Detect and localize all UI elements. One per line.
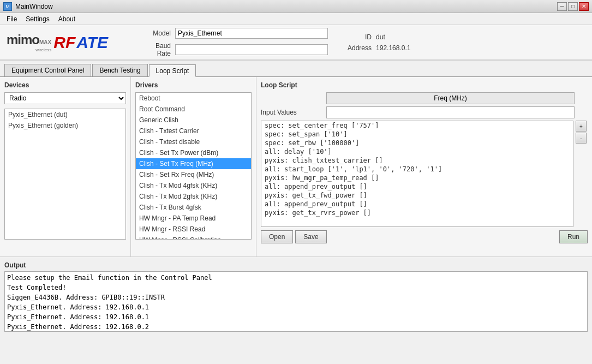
list-item[interactable]: Root Command — [136, 104, 251, 115]
list-item[interactable]: Clish - Tx Mod 4gfsk (KHz) — [136, 180, 251, 191]
tabs: Equipment Control Panel Bench Testing Lo… — [0, 61, 592, 77]
logo-mo-text: mo — [21, 32, 39, 47]
main-content: Devices Radio Pyxis_Ethernet (dut) Pyxis… — [0, 77, 592, 257]
script-line: pyxis: clish_txtest_carrier [] — [261, 156, 573, 165]
devices-dropdown[interactable]: Radio — [4, 92, 126, 104]
logo-max-text: MAX — [39, 39, 51, 45]
logo-ate-text: ATE — [76, 33, 108, 52]
header-baudrate-row: Baud Rate — [141, 42, 328, 57]
list-item[interactable]: HW Mngr - RSSI Read — [136, 224, 251, 235]
list-item[interactable]: HW Mngr - RSSI Calibration — [136, 235, 251, 239]
input-values-label: Input Values — [261, 109, 326, 116]
run-button[interactable]: Run — [559, 230, 588, 243]
drivers-panel: Drivers RebootRoot CommandGeneric ClishC… — [131, 77, 256, 256]
script-line: all: start_loop ['1', 'lp1', '0', '720',… — [261, 165, 573, 174]
tab-bench-testing[interactable]: Bench Testing — [92, 64, 147, 76]
header-right: ID dut Address 192.168.0.1 — [344, 33, 410, 52]
output-line: Siggen_E4436B. Address: GPIB0::19::INSTR — [7, 293, 585, 302]
close-button[interactable]: ✕ — [579, 2, 589, 11]
output-line: Pyxis_Ethernet. Address: 192.168.0.2 — [7, 322, 585, 331]
list-item[interactable]: Pyxis_Ethernet (golden) — [5, 120, 125, 131]
header-fields: Model Baud Rate — [141, 28, 328, 57]
freq-mhz-bar: Freq (MHz) — [326, 92, 575, 104]
script-line: spec: set_span ['10'] — [261, 130, 573, 139]
id-label: ID — [344, 33, 372, 41]
output-line: Pyxis_Ethernet. Address: 192.168.0.1 — [7, 302, 585, 312]
script-content-area: spec: set_center_freq ['757']spec: set_s… — [261, 121, 573, 227]
script-line: all: delay ['10'] — [261, 147, 573, 156]
script-line: spec: set_rbw ['100000'] — [261, 139, 573, 147]
open-button[interactable]: Open — [261, 230, 293, 243]
header-model-row: Model — [141, 28, 328, 39]
output-line: Pyxis_Ethernet. Address: 192.168.0.1 — [7, 312, 585, 322]
id-value: dut — [376, 33, 385, 41]
menu-about[interactable]: About — [54, 14, 80, 24]
loop-script-title: Loop Script — [261, 81, 588, 89]
model-label: Model — [141, 29, 171, 37]
mimo-logo: mi mo MAX wireless — [7, 32, 51, 52]
script-line: pyxis: get_tx_fwd_power [] — [261, 191, 573, 200]
script-line: pyxis: get_tx_rvrs_power [] — [261, 208, 573, 217]
devices-title: Devices — [4, 81, 126, 89]
driver-list-container: RebootRoot CommandGeneric ClishClish - T… — [135, 92, 252, 240]
output-text-area: Please setup the Email function in the C… — [5, 272, 587, 331]
list-item[interactable]: Clish - Tx Burst 4gfsk — [136, 202, 251, 213]
list-item[interactable]: Pyxis_Ethernet (dut) — [5, 109, 125, 120]
driver-list: RebootRoot CommandGeneric ClishClish - T… — [136, 93, 251, 239]
title-bar-left: M MainWindow — [3, 2, 53, 11]
menu-bar: File Settings About — [0, 13, 592, 25]
list-item[interactable]: Clish - Set Tx Power (dBm) — [136, 147, 251, 158]
save-button[interactable]: Save — [295, 230, 326, 243]
list-item[interactable]: Clish - Tx Mod 2gfsk (KHz) — [136, 191, 251, 202]
script-line: pyxis: hw_mgr_pa_temp_read [] — [261, 174, 573, 182]
title-bar-buttons: ─ □ ✕ — [557, 2, 589, 11]
header-id-row: ID dut — [344, 33, 410, 41]
maximize-button[interactable]: □ — [568, 2, 578, 11]
model-input[interactable] — [175, 28, 328, 39]
bottom-area: Output Please setup the Email function i… — [0, 257, 592, 336]
drivers-title: Drivers — [135, 81, 252, 89]
script-line: all: append_prev_output [] — [261, 200, 573, 208]
tab-loop-script[interactable]: Loop Script — [149, 64, 196, 77]
input-values-field[interactable] — [326, 106, 575, 118]
list-item[interactable]: Clish - Set Tx Freq (MHz) — [136, 158, 251, 169]
plus-button[interactable]: + — [576, 121, 587, 132]
output-line: Please setup the Email function in the C… — [7, 273, 585, 283]
title-bar: M MainWindow ─ □ ✕ — [0, 0, 592, 13]
address-value: 192.168.0.1 — [376, 44, 410, 52]
output-line: Test Completed! — [7, 283, 585, 293]
script-line: all: append_prev_output [] — [261, 182, 573, 191]
output-title: Output — [4, 261, 588, 269]
header: mi mo MAX wireless RF ATE Model Baud Rat… — [0, 25, 592, 61]
baud-rate-label: Baud Rate — [141, 42, 171, 57]
loop-script-panel: Loop Script Freq (MHz) Input Values spec… — [256, 77, 592, 256]
list-item[interactable]: Clish - Txtest disable — [136, 136, 251, 147]
script-line: spec: set_center_freq ['757'] — [261, 121, 573, 130]
list-item[interactable]: Generic Clish — [136, 115, 251, 126]
list-item[interactable]: HW Mngr - PA Temp Read — [136, 213, 251, 224]
address-label: Address — [344, 44, 372, 52]
menu-settings[interactable]: Settings — [21, 14, 53, 24]
header-address-row: Address 192.168.0.1 — [344, 44, 410, 52]
logo-mimo-text: mi — [7, 32, 21, 47]
list-item[interactable]: Clish - Txtest Carrier — [136, 126, 251, 136]
device-list: Pyxis_Ethernet (dut) Pyxis_Ethernet (gol… — [4, 109, 126, 240]
minimize-button[interactable]: ─ — [557, 2, 567, 11]
logo-wireless-text: wireless — [35, 47, 51, 52]
minus-button[interactable]: - — [576, 133, 587, 144]
title-bar-title: MainWindow — [15, 3, 53, 10]
list-item[interactable]: Clish - Set Rx Freq (MHz) — [136, 169, 251, 180]
baud-rate-input[interactable] — [175, 44, 328, 55]
app-icon: M — [3, 2, 12, 11]
menu-file[interactable]: File — [2, 14, 21, 24]
tab-equipment-control-panel[interactable]: Equipment Control Panel — [4, 64, 91, 76]
list-item[interactable]: Reboot — [136, 93, 251, 104]
logo-rf-text: RF — [53, 33, 75, 52]
output-panel: Output Please setup the Email function i… — [0, 257, 592, 336]
devices-panel: Devices Radio Pyxis_Ethernet (dut) Pyxis… — [0, 77, 131, 256]
logo-area: mi mo MAX wireless RF ATE — [7, 32, 108, 52]
